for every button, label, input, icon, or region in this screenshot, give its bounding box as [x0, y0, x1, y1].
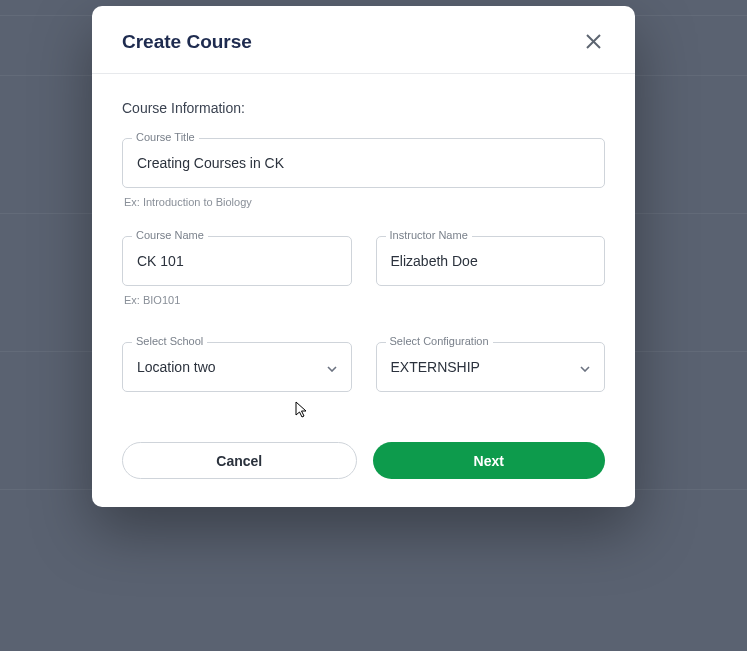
cancel-button[interactable]: Cancel [122, 442, 357, 479]
course-title-helper: Ex: Introduction to Biology [124, 196, 605, 208]
course-name-helper: Ex: BIO101 [124, 294, 352, 306]
modal-footer: Cancel Next [92, 442, 635, 507]
create-course-modal: Create Course Course Information: Course… [92, 6, 635, 507]
instructor-name-field: Instructor Name [376, 236, 606, 306]
course-title-field: Course Title Ex: Introduction to Biology [122, 138, 605, 208]
select-config-dropdown[interactable]: EXTERNSHIP [376, 342, 606, 392]
select-config-label: Select Configuration [386, 335, 493, 347]
modal-body: Course Information: Course Title Ex: Int… [92, 74, 635, 442]
course-name-label: Course Name [132, 229, 208, 241]
instructor-name-input[interactable] [376, 236, 606, 286]
next-button[interactable]: Next [373, 442, 606, 479]
select-school-label: Select School [132, 335, 207, 347]
modal-title: Create Course [122, 31, 252, 53]
instructor-name-label: Instructor Name [386, 229, 472, 241]
close-button[interactable] [582, 30, 605, 53]
close-icon [586, 34, 601, 49]
modal-header: Create Course [92, 6, 635, 74]
select-school-dropdown[interactable]: Location two [122, 342, 352, 392]
course-name-field: Course Name Ex: BIO101 [122, 236, 352, 306]
select-config-value: EXTERNSHIP [391, 359, 480, 375]
course-title-label: Course Title [132, 131, 199, 143]
select-school-value: Location two [137, 359, 216, 375]
select-school-field: Select School Location two [122, 342, 352, 392]
chevron-down-icon [327, 359, 337, 375]
course-name-input[interactable] [122, 236, 352, 286]
course-title-input[interactable] [122, 138, 605, 188]
select-config-field: Select Configuration EXTERNSHIP [376, 342, 606, 392]
section-label: Course Information: [122, 100, 605, 116]
chevron-down-icon [580, 359, 590, 375]
